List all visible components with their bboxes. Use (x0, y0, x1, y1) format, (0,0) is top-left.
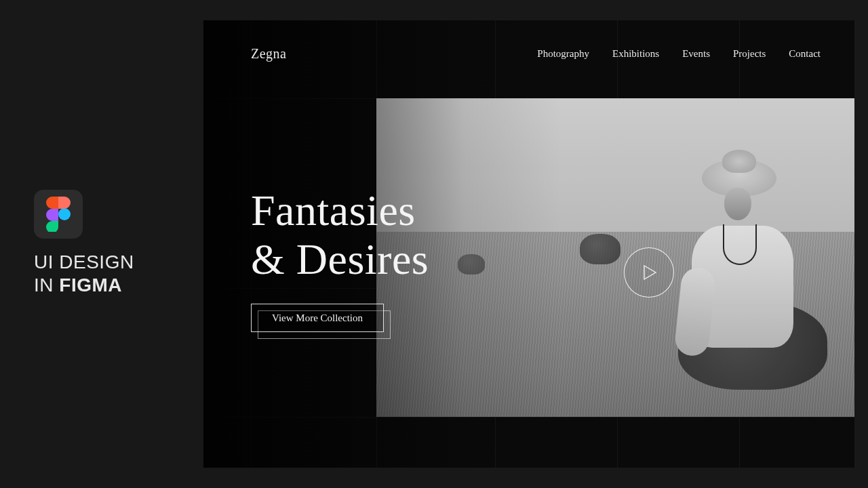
hero-title-line-1: Fantasies (251, 186, 416, 235)
nav-contact[interactable]: Contact (789, 48, 821, 60)
stage: UI DESIGN IN FIGMA (0, 0, 868, 488)
hero-image (376, 98, 854, 417)
hero-text: Fantasies & Desires View More Collection (251, 186, 429, 338)
figma-icon (34, 190, 83, 239)
promo-line-1: UI DESIGN (34, 251, 190, 274)
design-frame: Zegna Photography Exhibitions Events Pro… (203, 20, 854, 468)
nav-events[interactable]: Events (682, 48, 710, 60)
hero-title-line-2: & Desires (251, 235, 429, 283)
promo-text: UI DESIGN IN FIGMA (34, 251, 190, 296)
cta-wrap: View More Collection (251, 304, 392, 338)
play-button[interactable] (624, 247, 674, 298)
play-icon (644, 265, 657, 280)
main-nav: Photography Exhibitions Events Projects … (537, 48, 821, 60)
site-header: Zegna Photography Exhibitions Events Pro… (251, 46, 821, 62)
nav-projects[interactable]: Projects (733, 48, 766, 60)
hero-title: Fantasies & Desires (251, 186, 429, 283)
brand-logo[interactable]: Zegna (251, 46, 286, 62)
hero-figure-silhouette (665, 159, 807, 376)
view-more-button[interactable]: View More Collection (251, 304, 384, 332)
nav-exhibitions[interactable]: Exhibitions (612, 48, 659, 60)
svg-point-0 (58, 208, 71, 220)
promo-panel: UI DESIGN IN FIGMA (34, 190, 190, 296)
promo-line-2: IN FIGMA (34, 274, 190, 297)
nav-photography[interactable]: Photography (537, 48, 589, 60)
